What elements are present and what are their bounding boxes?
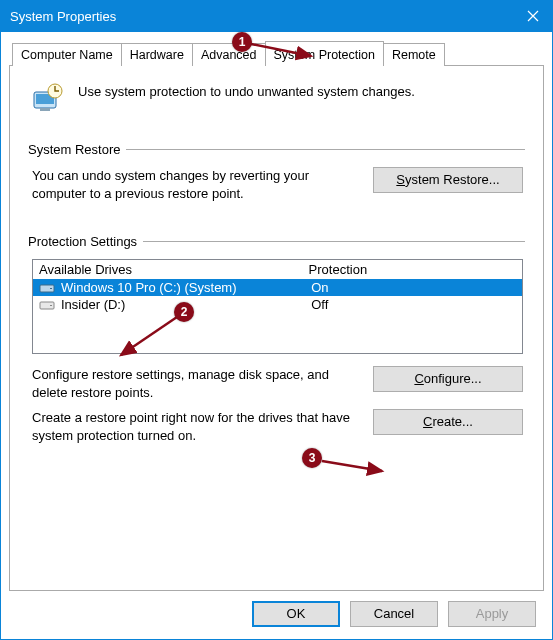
annotation-marker-1: 1 <box>232 32 252 52</box>
listbox-spacer <box>33 313 522 353</box>
window-title: System Properties <box>10 9 513 24</box>
col-protection: Protection <box>309 262 516 277</box>
create-desc: Create a restore point right now for the… <box>32 409 363 444</box>
system-restore-desc: You can undo system changes by reverting… <box>32 167 363 202</box>
configure-desc: Configure restore settings, manage disk … <box>32 366 363 401</box>
drive-icon <box>39 298 55 312</box>
annotation-marker-3: 3 <box>302 448 322 468</box>
tab-strip: Computer Name Hardware Advanced System P… <box>9 40 544 65</box>
intro-text: Use system protection to undo unwanted s… <box>78 80 415 99</box>
create-button[interactable]: Create... <box>373 409 523 435</box>
svg-rect-5 <box>50 288 52 289</box>
divider <box>126 149 525 150</box>
col-available-drives: Available Drives <box>39 262 309 277</box>
client-area: Computer Name Hardware Advanced System P… <box>0 32 553 640</box>
annotation-marker-2: 2 <box>174 302 194 322</box>
drive-row[interactable]: Insider (D:) Off <box>33 296 522 313</box>
tab-remote[interactable]: Remote <box>383 43 445 66</box>
tab-advanced[interactable]: Advanced <box>192 43 266 66</box>
tab-panel-system-protection: Use system protection to undo unwanted s… <box>9 65 544 591</box>
legend-protection-settings: Protection Settings <box>28 234 137 249</box>
cancel-button[interactable]: Cancel <box>350 601 438 627</box>
tab-system-protection[interactable]: System Protection <box>265 41 384 66</box>
divider <box>143 241 525 242</box>
svg-rect-2 <box>40 108 50 111</box>
drive-name: Insider (D:) <box>61 297 125 312</box>
drive-protection: On <box>311 280 516 295</box>
configure-button[interactable]: Configure... <box>373 366 523 392</box>
titlebar: System Properties <box>0 0 553 32</box>
drive-name: Windows 10 Pro (C:) (System) <box>61 280 237 295</box>
svg-rect-7 <box>50 305 52 306</box>
tab-computer-name[interactable]: Computer Name <box>12 43 122 66</box>
legend-system-restore: System Restore <box>28 142 120 157</box>
system-restore-button[interactable]: System Restore... <box>373 167 523 193</box>
drive-icon <box>39 281 55 295</box>
group-protection-settings: Protection Settings Available Drives Pro… <box>28 234 525 444</box>
ok-button[interactable]: OK <box>252 601 340 627</box>
system-protection-icon <box>28 80 66 118</box>
group-system-restore: System Restore You can undo system chang… <box>28 142 525 202</box>
tab-hardware[interactable]: Hardware <box>121 43 193 66</box>
drive-protection: Off <box>311 297 516 312</box>
drives-header: Available Drives Protection <box>33 260 522 279</box>
drives-listbox[interactable]: Available Drives Protection Windows 10 P… <box>32 259 523 354</box>
drive-row[interactable]: Windows 10 Pro (C:) (System) On <box>33 279 522 296</box>
intro-row: Use system protection to undo unwanted s… <box>28 80 525 118</box>
close-icon[interactable] <box>513 0 553 32</box>
dialog-footer: OK Cancel Apply <box>9 591 544 631</box>
apply-button[interactable]: Apply <box>448 601 536 627</box>
